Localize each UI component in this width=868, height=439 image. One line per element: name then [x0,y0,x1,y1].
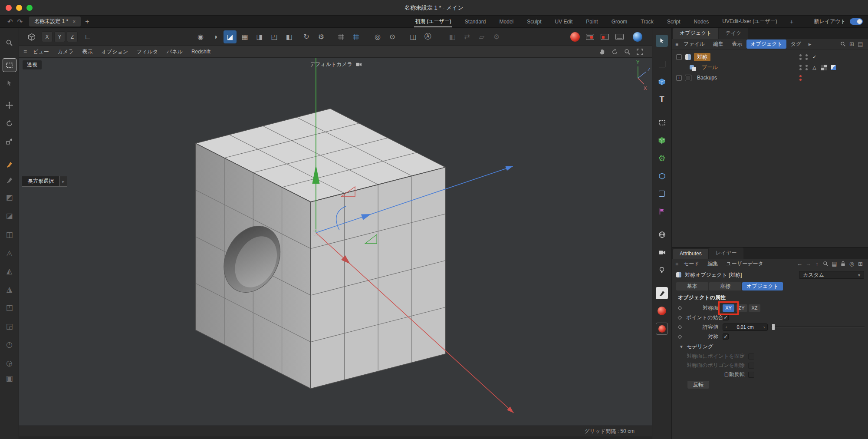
workplane-mode-button[interactable]: ◫ [407,30,420,43]
phong-tag-icon[interactable]: △ [812,65,817,70]
texture-mode-button[interactable]: ◧ [283,30,296,43]
layout-tab-uvedit-user[interactable]: UVEdit-User (ユーザー) [721,16,778,27]
close-window-button[interactable] [6,5,12,11]
preset-dropdown[interactable]: カスタム ▾ [799,271,864,279]
render-visibility-dots[interactable] [806,65,808,70]
text-tool-icon[interactable]: T [656,93,668,106]
tab-attributes[interactable]: Attributes [673,249,708,259]
new-document-tab-button[interactable]: + [81,18,93,26]
material-frame-icon[interactable] [656,323,668,335]
layout-tab-sculpt[interactable]: Sculpt [526,17,542,27]
axis-mode-button[interactable]: ◰ [268,30,281,43]
blue-cube-icon[interactable] [656,76,668,88]
track-icon[interactable]: ◎ [848,261,856,267]
viewport-menu-filter[interactable]: フィルタ [132,47,162,57]
redo-icon[interactable]: ↷ [15,18,25,26]
material-ball-icon[interactable] [656,305,668,317]
section-tab-object[interactable]: オブジェクト [742,282,783,290]
modeling-tool-icon[interactable]: ◭ [3,264,16,278]
polygon-mode-button[interactable]: ◪ [224,30,237,43]
tolerance-value[interactable]: 0.01 cm [730,324,761,330]
layout-tab-paint[interactable]: Paint [585,17,598,27]
tolerance-slider[interactable] [771,324,865,330]
texture-tag-icon[interactable] [821,65,827,70]
menu-overflow-icon[interactable]: ▸ [806,41,814,47]
keyframe-diamond-icon[interactable] [678,306,682,310]
render-view-button[interactable] [569,30,582,43]
viewport-menu-icon[interactable]: ≡ [23,48,27,55]
light-bulb-icon[interactable] [656,264,668,276]
filter-list-icon[interactable]: ▤ [830,261,838,267]
zoom-tool-icon[interactable] [3,36,16,50]
layout-tab-startup[interactable]: 初期 (ユーザー) [414,16,452,27]
om-menu-view[interactable]: 表示 [728,40,746,49]
field-flag-icon[interactable] [656,205,668,218]
orbit-camera-icon[interactable] [612,49,618,55]
frame-icon[interactable] [656,58,668,70]
close-document-icon[interactable]: × [72,19,76,25]
modeling-tool-icon[interactable]: ◪ [3,209,16,223]
stepper-decrement-icon[interactable]: ‹ [723,324,730,330]
tool-hint-expander[interactable]: ▸ [60,176,67,187]
generator-gear-icon[interactable]: ⚙ [656,152,668,164]
om-menu-tags[interactable]: タグ [787,40,806,49]
reload-button[interactable]: ↻ [300,30,313,43]
keyframe-diamond-icon[interactable] [678,325,682,329]
environment-globe-icon[interactable] [656,228,668,241]
document-tab[interactable]: 名称未設定 1 * × [29,17,81,26]
weld-points-checkbox[interactable]: ✓ [723,314,729,320]
modeling-tool-icon[interactable]: ◶ [3,356,16,370]
collapse-icon[interactable]: − [676,54,682,60]
viewport-menu-camera[interactable]: カメラ [53,47,78,57]
polygon-pen-tool-icon[interactable] [3,158,16,172]
tolerance-stepper[interactable]: ‹ 0.01 cm › [723,323,768,331]
section-tab-coordinates[interactable]: 座標 [709,282,741,290]
material-pen-icon[interactable] [656,287,668,299]
history-back-icon[interactable]: ← [796,261,804,267]
modeling-tool-icon[interactable]: ◩ [3,190,16,204]
zoom-window-button[interactable] [26,5,33,11]
new-window-icon[interactable]: ⊞ [856,261,865,267]
stepper-increment-icon[interactable]: › [761,324,767,330]
auto-flip-checkbox[interactable]: ✓ [748,372,754,378]
viewport-menu-panel[interactable]: パネル [162,47,187,57]
move-tool-icon[interactable] [3,98,16,112]
layout-tab-uvedit[interactable]: UV Edit [554,17,574,27]
attr-menu-edit[interactable]: 編集 [704,259,722,268]
layout-tab-nodes[interactable]: Nodes [693,17,710,27]
new-layout-toggle[interactable] [850,18,863,25]
object-manager-menu-icon[interactable]: ≡ [675,41,678,47]
render-picture-viewer-button[interactable] [583,30,596,43]
tab-objects[interactable]: オブジェクト [673,28,718,39]
object-row-backups[interactable]: + Backups [672,73,868,83]
snap-enable-button[interactable] [349,30,362,43]
scene-3d[interactable]: Y Z X [19,58,652,426]
object-name[interactable]: 対称 [694,53,710,61]
modeling-tool-icon[interactable]: ▣ [3,371,16,385]
axis-y-lock-button[interactable]: Y [54,31,65,42]
modeling-tool-icon[interactable]: ◴ [3,337,16,351]
minimize-window-button[interactable] [16,5,22,11]
attr-menu-userdata[interactable]: ユーザーデータ [723,259,767,268]
deformer-cube-icon[interactable] [656,188,668,200]
attr-menu-mode[interactable]: モード [680,259,704,268]
zoom-viewport-icon[interactable] [624,49,631,55]
selection-tag-icon[interactable] [831,65,836,70]
scale-tool-icon[interactable] [3,134,16,148]
grid-snap-button[interactable] [335,30,348,43]
quantize-button[interactable]: ⊙ [386,30,399,43]
axis-x-lock-button[interactable]: X [42,31,53,42]
viewport-menu-display[interactable]: 表示 [78,47,97,57]
add-layout-tab-button[interactable]: + [790,18,794,25]
slider-handle[interactable] [772,324,775,330]
om-menu-file[interactable]: ファイル [680,40,709,49]
pointer-icon[interactable] [656,35,668,47]
interactive-render-button[interactable] [631,30,644,43]
volume-hexagon-icon[interactable] [656,170,668,182]
tab-layers[interactable]: レイヤー [709,248,743,259]
spline-icon[interactable] [656,116,668,129]
layout-tab-track[interactable]: Track [640,17,654,27]
keyframe-diamond-icon[interactable] [678,315,682,320]
attribute-menu-icon[interactable]: ≡ [675,261,678,267]
undo-icon[interactable]: ↶ [5,18,15,26]
